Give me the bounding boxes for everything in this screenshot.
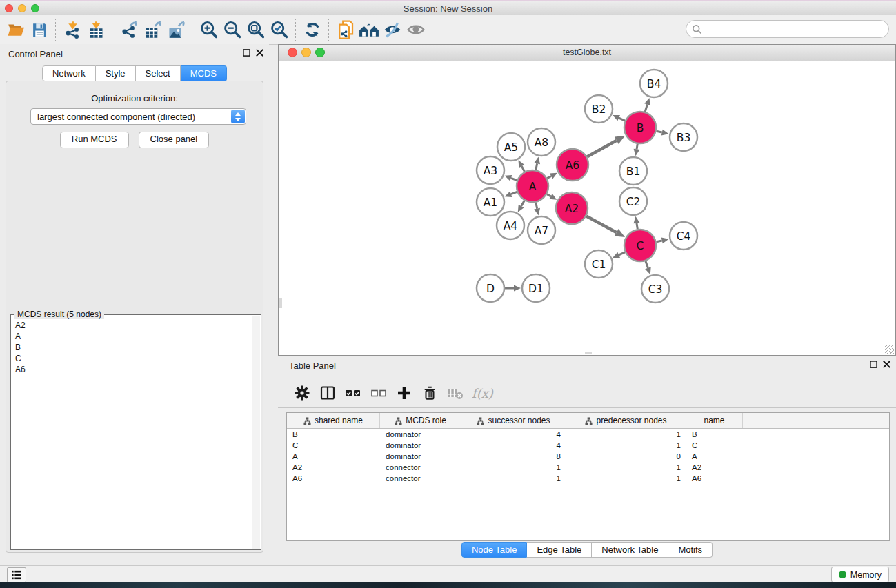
graph-node-C[interactable]: C [624, 230, 656, 261]
network-canvas[interactable]: AA1A2A3A4A5A6A7A8BB1B2B3B4CC1C2C3C4DD1 [279, 61, 895, 355]
task-history-button[interactable] [7, 567, 26, 582]
export-image-button[interactable] [164, 18, 188, 41]
graph-node-C3[interactable]: C3 [641, 275, 669, 303]
network-graph[interactable]: AA1A2A3A4A5A6A7A8BB1B2B3B4CC1C2C3C4DD1 [279, 61, 895, 355]
close-panel-button[interactable]: Close panel [139, 132, 210, 148]
graph-node-B2[interactable]: B2 [585, 95, 613, 123]
tab-network[interactable]: Network [42, 65, 96, 81]
graph-edge-A-A6 [547, 176, 551, 178]
graph-node-C2[interactable]: C2 [619, 187, 647, 215]
close-panel-icon[interactable] [256, 49, 263, 57]
graph-node-A3[interactable]: A3 [477, 156, 504, 184]
close-panel-icon[interactable] [883, 361, 890, 368]
column-header-predecessor-nodes[interactable]: predecessor nodes [566, 413, 686, 428]
column-header-successor-nodes[interactable]: successor nodes [461, 413, 566, 428]
export-network-button[interactable] [117, 18, 141, 41]
graph-node-C1[interactable]: C1 [585, 250, 613, 278]
table-row[interactable]: A6connector11A6 [287, 473, 889, 484]
memory-button[interactable]: Memory [831, 567, 889, 582]
save-session-button[interactable] [28, 18, 51, 41]
first-neighbors-button[interactable] [357, 18, 381, 41]
graph-node-A7[interactable]: A7 [528, 216, 555, 244]
run-mcds-button[interactable]: Run MCDS [60, 132, 129, 148]
tab-network-table[interactable]: Network Table [592, 542, 668, 558]
open-session-button[interactable] [4, 18, 28, 41]
result-item[interactable]: A [15, 331, 252, 342]
network-hscroll-thumb[interactable] [585, 352, 592, 354]
table-panel-title: Table Panel [289, 361, 336, 371]
column-type-icon [477, 417, 484, 425]
svg-text:C: C [637, 240, 644, 252]
graph-node-B4[interactable]: B4 [640, 70, 668, 97]
import-table-icon [87, 21, 106, 39]
search-input[interactable] [686, 20, 889, 38]
result-item[interactable]: C [15, 353, 252, 364]
svg-text:B3: B3 [677, 132, 691, 144]
network-window-titlebar[interactable]: testGlobe.txt [279, 45, 895, 61]
table-row[interactable]: Cdominator41C [287, 440, 889, 451]
tab-select[interactable]: Select [136, 65, 181, 81]
zoom-in-button[interactable] [197, 18, 221, 41]
table-row[interactable]: Bdominator41B [287, 429, 889, 440]
tab-mcds[interactable]: MCDS [181, 65, 227, 81]
graph-node-C4[interactable]: C4 [670, 222, 697, 250]
table-row[interactable]: Adominator80A [287, 451, 889, 462]
column-header-shared-name[interactable]: shared name [287, 413, 380, 428]
control-panel-title: Control Panel [8, 49, 63, 59]
tab-edge-table[interactable]: Edge Table [527, 542, 592, 558]
table-cell: A [686, 452, 743, 460]
show-all-button[interactable] [404, 18, 428, 41]
create-column-button[interactable] [394, 383, 415, 403]
criterion-select[interactable]: largest connected component (directed) [30, 108, 246, 125]
result-item[interactable]: A6 [15, 364, 252, 375]
graph-node-D[interactable]: D [477, 274, 504, 302]
export-table-button[interactable] [141, 18, 164, 41]
application-window: Session: New Session [0, 0, 896, 588]
graph-arrowhead [644, 98, 650, 105]
list-icon [11, 570, 22, 580]
table-settings-button[interactable] [292, 383, 312, 403]
table-row[interactable]: A2connector11A2 [287, 462, 889, 473]
houses-icon [359, 19, 379, 40]
float-panel-icon[interactable] [243, 49, 250, 57]
hide-selected-button[interactable] [381, 18, 404, 41]
graph-node-A2[interactable]: A2 [556, 192, 588, 224]
import-network-button[interactable] [61, 18, 84, 41]
tab-motifs[interactable]: Motifs [668, 542, 713, 558]
graph-node-A6[interactable]: A6 [557, 149, 588, 181]
table-cell: A6 [686, 474, 743, 483]
toolbar-separator [112, 19, 113, 41]
toolbar-separator [192, 19, 193, 41]
tab-node-table[interactable]: Node Table [461, 542, 528, 558]
graph-node-D1[interactable]: D1 [522, 274, 550, 302]
svg-text:A4: A4 [504, 220, 517, 232]
graph-node-A4[interactable]: A4 [497, 212, 524, 239]
zoom-fit-button[interactable] [244, 18, 268, 41]
result-scrollbar[interactable] [252, 316, 260, 549]
graph-node-B[interactable]: B [624, 112, 656, 143]
result-item[interactable]: B [15, 342, 252, 353]
graph-node-A[interactable]: A [517, 170, 548, 202]
graph-node-B3[interactable]: B3 [670, 123, 697, 151]
refresh-button[interactable] [301, 18, 324, 41]
zoom-selected-button[interactable] [268, 18, 291, 41]
graph-node-B1[interactable]: B1 [619, 157, 647, 185]
delete-column-button[interactable] [419, 383, 440, 403]
select-all-button[interactable] [343, 383, 364, 403]
column-header-MCDS-role[interactable]: MCDS role [380, 413, 461, 428]
graph-node-A5[interactable]: A5 [497, 133, 525, 161]
import-table-button[interactable] [84, 18, 108, 41]
zoom-out-button[interactable] [221, 18, 244, 41]
result-item[interactable]: A2 [15, 320, 252, 331]
deselect-all-button[interactable] [368, 383, 389, 403]
table-cell: A2 [686, 463, 743, 472]
network-vscroll-thumb[interactable] [279, 298, 282, 308]
graph-node-A8[interactable]: A8 [528, 128, 555, 156]
show-columns-button[interactable] [317, 383, 338, 403]
tab-style[interactable]: Style [96, 65, 136, 81]
network-resize-grip[interactable] [885, 345, 894, 354]
clone-network-button[interactable] [334, 18, 357, 41]
column-header-name[interactable]: name [686, 413, 743, 428]
float-panel-icon[interactable] [870, 361, 877, 368]
graph-node-A1[interactable]: A1 [477, 188, 504, 216]
